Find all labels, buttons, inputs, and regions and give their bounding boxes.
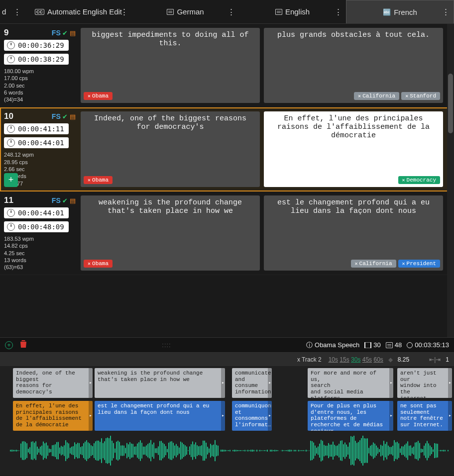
tab-menu-icon[interactable]: ⋮ bbox=[442, 7, 450, 16]
source-text[interactable]: biggest impediments to doing all of this… bbox=[81, 28, 260, 103]
clip-resize-handle[interactable]: ▸ bbox=[221, 401, 225, 431]
fs-indicator[interactable]: FS bbox=[52, 196, 61, 204]
tag-democracy[interactable]: ✕Democracy bbox=[398, 176, 440, 184]
svg-rect-161 bbox=[246, 451, 247, 451]
tab-german[interactable]: German⋮ bbox=[132, 0, 239, 23]
comment-icon[interactable]: ▤ bbox=[70, 113, 76, 120]
timeline-clip[interactable]: ne sont passeulementnotre fenêtresur Int… bbox=[397, 401, 452, 431]
timecode-out[interactable]: 00:00:48:09 bbox=[4, 221, 69, 232]
svg-rect-90 bbox=[140, 440, 141, 461]
subtitle-row[interactable]: 11FS ✔ ▤00:00:44:0100:00:48:09183.53 wpm… bbox=[0, 191, 454, 275]
zoom-30s[interactable]: 30s bbox=[351, 356, 360, 363]
zoom-15s[interactable]: 15s bbox=[340, 356, 349, 363]
zoom-45s[interactable]: 45s bbox=[362, 356, 372, 363]
timeline-clip[interactable]: En effet, l'une desprincipales raisonsde… bbox=[13, 401, 93, 431]
svg-rect-275 bbox=[416, 442, 417, 459]
timeline-clip[interactable]: Indeed, one of the biggestreasons for de… bbox=[13, 368, 93, 398]
clip-resize-handle[interactable]: ▸ bbox=[448, 368, 452, 398]
check-icon[interactable]: ✔ bbox=[62, 29, 68, 37]
tag-california[interactable]: ✕California bbox=[354, 92, 399, 100]
svg-rect-211 bbox=[321, 440, 322, 461]
delete-row-button[interactable] bbox=[20, 340, 27, 350]
tag-obama[interactable]: ✕Obama bbox=[84, 176, 113, 184]
svg-rect-96 bbox=[149, 443, 150, 458]
svg-rect-259 bbox=[392, 446, 393, 456]
timecode-out[interactable]: 00:00:38:29 bbox=[4, 54, 69, 65]
tab-partial[interactable]: d⋮ bbox=[0, 0, 25, 23]
tab-menu-icon[interactable]: ⋮ bbox=[120, 7, 128, 16]
svg-rect-159 bbox=[243, 450, 244, 451]
subtitle-row[interactable]: 10FS ✔ ▤00:00:41:1100:00:44:01248.12 wpm… bbox=[0, 107, 454, 191]
scrollbar-thumb[interactable] bbox=[448, 74, 453, 133]
document-icon bbox=[275, 9, 282, 15]
svg-rect-5 bbox=[13, 450, 14, 452]
subtitle-row[interactable]: 9FS ✔ ▤00:00:36:2900:00:38:29180.00 wpm1… bbox=[0, 24, 454, 107]
timeline-clip[interactable]: weakening is the profound changethat's t… bbox=[95, 368, 225, 398]
target-text[interactable]: plus grands obstacles à tout cela.✕Calif… bbox=[264, 28, 443, 103]
svg-rect-212 bbox=[322, 441, 323, 460]
tab-menu-icon[interactable]: ⋮ bbox=[335, 7, 342, 16]
tag-obama[interactable]: ✕Obama bbox=[84, 260, 113, 268]
timeline-clip[interactable]: communiquonsetconsommonsl'informat…▸ bbox=[232, 401, 272, 431]
snap-icon[interactable]: ⇤|⇥ bbox=[429, 356, 441, 363]
tag-obama[interactable]: ✕Obama bbox=[84, 92, 113, 100]
clip-resize-handle[interactable]: ▸ bbox=[268, 401, 272, 431]
svg-rect-110 bbox=[170, 442, 171, 460]
source-text[interactable]: weakening is the profound change that's … bbox=[81, 195, 260, 271]
timecode-in[interactable]: 00:00:41:11 bbox=[4, 123, 69, 134]
track-toggle[interactable]: x Track 2 bbox=[297, 356, 322, 363]
add-row-button[interactable]: + bbox=[5, 341, 13, 349]
comment-icon[interactable]: ▤ bbox=[70, 29, 76, 37]
svg-rect-274 bbox=[415, 443, 416, 459]
tag-stanford[interactable]: ✕Stanford bbox=[401, 92, 440, 100]
check-icon[interactable]: ✔ bbox=[62, 113, 68, 120]
tab-menu-icon[interactable]: ⋮ bbox=[227, 7, 235, 16]
check-icon[interactable]: ✔ bbox=[62, 197, 68, 204]
timecode-in[interactable]: 00:00:44:01 bbox=[4, 207, 69, 218]
svg-rect-207 bbox=[315, 446, 316, 456]
timecode-out[interactable]: 00:00:44:01 bbox=[4, 137, 69, 148]
fs-indicator[interactable]: FS bbox=[52, 29, 61, 37]
add-subtitle-button[interactable]: + bbox=[4, 173, 18, 187]
tab-automatic-english-edit[interactable]: CC Automatic English Edit⋮ bbox=[25, 0, 132, 23]
zoom-10s[interactable]: 10s bbox=[329, 356, 338, 363]
svg-rect-202 bbox=[307, 451, 308, 451]
clip-resize-handle[interactable]: ▸ bbox=[89, 368, 93, 398]
clip-resize-handle[interactable]: ▸ bbox=[89, 401, 93, 431]
fs-indicator[interactable]: FS bbox=[52, 112, 61, 120]
zoom-60s[interactable]: 60s bbox=[373, 356, 383, 363]
timeline-clip[interactable]: communicateand consumeinformation.▸ bbox=[232, 368, 272, 398]
svg-rect-11 bbox=[22, 441, 23, 460]
svg-rect-55 bbox=[88, 442, 89, 459]
svg-rect-271 bbox=[410, 446, 411, 456]
tag-california[interactable]: ✕California bbox=[351, 260, 396, 268]
timeline-clip[interactable]: For more and more of us,searchand social… bbox=[308, 368, 393, 398]
timeline-clip[interactable]: est le changement profond qui a eulieu d… bbox=[95, 401, 225, 431]
svg-rect-189 bbox=[288, 450, 289, 451]
clip-resize-handle[interactable]: ▸ bbox=[448, 401, 452, 431]
target-text[interactable]: En effet, l'une des principales raisons … bbox=[264, 111, 443, 187]
source-text[interactable]: Indeed, one of the biggest reasons for d… bbox=[81, 111, 260, 187]
tab-french[interactable]: 🔤 French⋮ bbox=[346, 0, 454, 23]
waveform[interactable] bbox=[0, 436, 454, 466]
tab-menu-icon[interactable]: ⋮ bbox=[13, 7, 21, 16]
target-text[interactable]: est le changement profond qui a eu lieu … bbox=[264, 195, 443, 271]
svg-rect-91 bbox=[141, 443, 142, 459]
svg-rect-239 bbox=[362, 436, 363, 466]
clip-resize-handle[interactable]: ▸ bbox=[268, 368, 272, 398]
timecode-in[interactable]: 00:00:36:29 bbox=[4, 40, 69, 51]
timeline-clip[interactable]: Pour de plus en plusd'entre nous, lespla… bbox=[308, 401, 393, 431]
svg-rect-168 bbox=[256, 450, 257, 452]
svg-rect-216 bbox=[328, 443, 329, 458]
clip-resize-handle[interactable]: ▸ bbox=[389, 401, 393, 431]
clip-resize-handle[interactable]: ▸ bbox=[389, 368, 393, 398]
comment-icon[interactable]: ▤ bbox=[70, 197, 76, 204]
svg-rect-85 bbox=[132, 444, 133, 457]
tab-english[interactable]: English⋮ bbox=[239, 0, 346, 23]
tag-president[interactable]: ✕President bbox=[398, 260, 440, 268]
clip-resize-handle[interactable]: ▸ bbox=[221, 368, 225, 398]
svg-rect-154 bbox=[235, 450, 236, 452]
drag-handle-icon[interactable]: :::: bbox=[162, 341, 171, 349]
timeline-clip[interactable]: aren't just ourwindow into theinternet.▸ bbox=[397, 368, 452, 398]
vertical-scrollbar[interactable] bbox=[447, 24, 454, 337]
